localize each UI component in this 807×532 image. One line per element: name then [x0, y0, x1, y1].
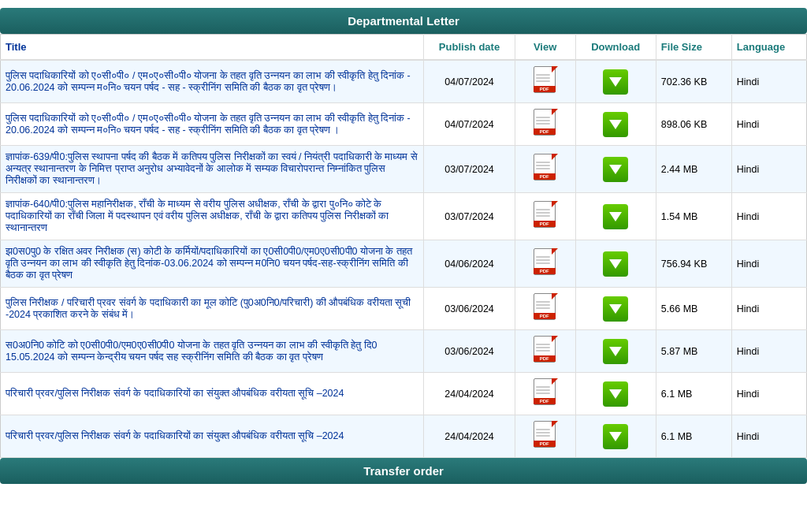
row-publish-date: 24/04/2024 [424, 373, 515, 415]
row-download-cell [575, 330, 656, 373]
row-publish-date: 03/07/2024 [424, 146, 515, 193]
download-arrow-icon [609, 304, 622, 314]
download-button[interactable] [603, 381, 628, 407]
download-arrow-icon [609, 165, 622, 174]
row-download-cell [575, 103, 656, 146]
row-title: स0अ0नि0 कोटि को ए0सी0पी0/एम0ए0सी0पी0 योज… [1, 330, 424, 373]
row-view-cell: PDF [515, 330, 575, 373]
row-title: परिचारी प्रवर/पुलिस निरीक्षक संवर्ग के प… [1, 415, 424, 458]
row-language: Hindi [731, 373, 806, 415]
row-view-cell: PDF [515, 415, 575, 458]
table-row: परिचारी प्रवर/पुलिस निरीक्षक संवर्ग के प… [1, 373, 807, 415]
row-language: Hindi [731, 415, 806, 458]
row-download-cell [575, 60, 656, 103]
col-file-size: File Size [656, 35, 731, 61]
row-file-size: 5.87 MB [656, 330, 731, 373]
row-publish-date: 04/07/2024 [424, 103, 515, 146]
table-row: पुलिस निरीक्षक / परिचारी प्रवर संवर्ग के… [1, 288, 807, 330]
download-arrow-icon [609, 77, 622, 87]
view-pdf-button[interactable]: PDF [534, 293, 557, 322]
col-language: Language [731, 35, 806, 61]
download-button[interactable] [603, 339, 628, 364]
view-pdf-button[interactable]: PDF [534, 154, 557, 182]
row-file-size: 6.1 MB [656, 415, 731, 458]
download-arrow-icon [609, 259, 622, 269]
row-publish-date: 04/07/2024 [424, 60, 515, 103]
row-view-cell: PDF [515, 60, 575, 103]
row-view-cell: PDF [515, 373, 575, 415]
row-view-cell: PDF [515, 103, 575, 146]
download-button[interactable] [603, 112, 628, 137]
download-arrow-icon [609, 347, 622, 356]
row-view-cell: PDF [515, 288, 575, 330]
download-button[interactable] [603, 157, 628, 182]
row-publish-date: 24/04/2024 [424, 415, 515, 458]
row-language: Hindi [731, 103, 806, 146]
row-title: पुलिस पदाधिकारियों को ए०सी०पी० / एम०ए०सी… [1, 60, 424, 103]
view-pdf-button[interactable]: PDF [534, 109, 557, 137]
row-download-cell [575, 193, 656, 240]
row-title: ज्ञापांक-639/पी0:पुलिस स्थापना पर्षद की … [1, 146, 424, 193]
row-download-cell [575, 288, 656, 330]
col-publish-date: Publish date [424, 35, 515, 61]
row-file-size: 898.06 KB [656, 103, 731, 146]
row-publish-date: 03/07/2024 [424, 193, 515, 240]
row-title: पुलिस पदाधिकारियों को ए०सी०पी० / एम०ए०सी… [1, 103, 424, 146]
row-view-cell: PDF [515, 240, 575, 288]
row-language: Hindi [731, 330, 806, 373]
row-publish-date: 04/06/2024 [424, 240, 515, 288]
view-pdf-button[interactable]: PDF [534, 378, 557, 407]
download-arrow-icon [609, 389, 622, 399]
view-pdf-button[interactable]: PDF [534, 421, 557, 449]
transfer-header: Transfer order [0, 458, 807, 484]
row-publish-date: 03/06/2024 [424, 288, 515, 330]
col-title: Title [1, 35, 424, 61]
row-language: Hindi [731, 60, 806, 103]
row-file-size: 702.36 KB [656, 60, 731, 103]
view-pdf-button[interactable]: PDF [534, 336, 557, 364]
download-arrow-icon [609, 120, 622, 129]
row-view-cell: PDF [515, 193, 575, 240]
row-view-cell: PDF [515, 146, 575, 193]
download-arrow-icon [609, 432, 622, 441]
download-button[interactable] [603, 251, 628, 277]
row-title: ज्ञापांक-640/पी0:पुलिस महानिरीक्षक, राँच… [1, 193, 424, 240]
table-row: पुलिस पदाधिकारियों को ए०सी०पी० / एम०ए०सी… [1, 60, 807, 103]
table-row: स0अ0नि0 कोटि को ए0सी0पी0/एम0ए0सी0पी0 योज… [1, 330, 807, 373]
row-download-cell [575, 146, 656, 193]
row-publish-date: 03/06/2024 [424, 330, 515, 373]
col-view: View [515, 35, 575, 61]
row-file-size: 1.54 MB [656, 193, 731, 240]
view-pdf-button[interactable]: PDF [534, 248, 557, 277]
table-row: ज्ञापांक-639/पी0:पुलिस स्थापना पर्षद की … [1, 146, 807, 193]
download-button[interactable] [603, 296, 628, 322]
table-row: ज्ञापांक-640/पी0:पुलिस महानिरीक्षक, राँच… [1, 193, 807, 240]
row-file-size: 2.44 MB [656, 146, 731, 193]
row-file-size: 5.66 MB [656, 288, 731, 330]
row-title: झ0स0पु0 के रक्षित अवर निरीक्षक (स) कोटी … [1, 240, 424, 288]
view-pdf-button[interactable]: PDF [534, 201, 557, 229]
row-language: Hindi [731, 146, 806, 193]
download-button[interactable] [603, 69, 628, 95]
row-file-size: 6.1 MB [656, 373, 731, 415]
download-button[interactable] [603, 424, 628, 449]
table-row: पुलिस पदाधिकारियों को ए०सी०पी० / एम०ए०सी… [1, 103, 807, 146]
table-row: परिचारी प्रवर/पुलिस निरीक्षक संवर्ग के प… [1, 415, 807, 458]
departmental-header: Departmental Letter [0, 8, 807, 34]
row-file-size: 756.94 KB [656, 240, 731, 288]
row-language: Hindi [731, 240, 806, 288]
row-download-cell [575, 373, 656, 415]
row-download-cell [575, 415, 656, 458]
view-pdf-button[interactable]: PDF [534, 66, 557, 95]
row-language: Hindi [731, 288, 806, 330]
download-button[interactable] [603, 204, 628, 229]
row-download-cell [575, 240, 656, 288]
row-title: पुलिस निरीक्षक / परिचारी प्रवर संवर्ग के… [1, 288, 424, 330]
row-title: परिचारी प्रवर/पुलिस निरीक्षक संवर्ग के प… [1, 373, 424, 415]
row-language: Hindi [731, 193, 806, 240]
table-row: झ0स0पु0 के रक्षित अवर निरीक्षक (स) कोटी … [1, 240, 807, 288]
download-arrow-icon [609, 212, 622, 221]
col-download: Download [575, 35, 656, 61]
